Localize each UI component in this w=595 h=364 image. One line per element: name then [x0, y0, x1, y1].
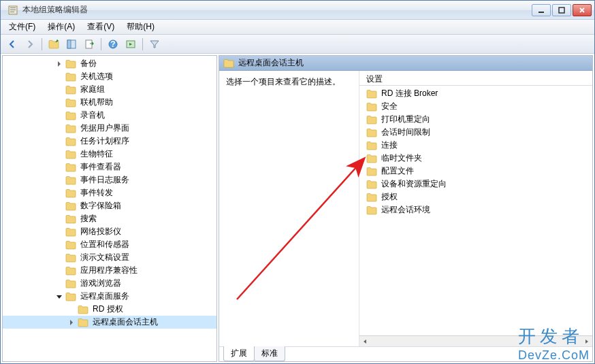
tab-extended[interactable]: 扩展: [223, 346, 255, 361]
tree-item[interactable]: 网络投影仪: [3, 225, 216, 238]
tree-item-label: 事件查看器: [79, 161, 123, 173]
tree-item-label: 备份: [79, 57, 98, 70]
list-item[interactable]: 配置文件: [359, 165, 592, 178]
expander-icon[interactable]: [67, 318, 76, 327]
folder-icon: [65, 137, 76, 146]
tree-item-label: 远程桌面服务: [79, 290, 131, 303]
tree-item[interactable]: 家庭组: [3, 83, 216, 96]
list-item[interactable]: 连接: [359, 139, 592, 152]
list-item[interactable]: 安全: [359, 100, 592, 113]
list-item[interactable]: 会话时间限制: [359, 126, 592, 139]
folder-icon: [366, 180, 377, 189]
list-item-label: 连接: [381, 139, 398, 151]
folder-icon: [78, 305, 89, 314]
folder-icon: [366, 89, 377, 99]
toolbar: ?: [1, 35, 594, 54]
list-item-label: 安全: [381, 101, 398, 112]
list-item-label: 临时文件夹: [381, 152, 422, 164]
menu-view[interactable]: 查看(V): [82, 20, 120, 34]
back-button[interactable]: [5, 37, 20, 52]
tree-item[interactable]: 搜索: [3, 212, 216, 225]
minimize-button[interactable]: [532, 4, 551, 16]
tree-item-label: 远程桌面会话主机: [91, 316, 159, 329]
svg-rect-4: [538, 12, 544, 13]
show-hide-tree-button[interactable]: [64, 37, 79, 52]
svg-rect-7: [67, 40, 71, 48]
tree-item[interactable]: 事件日志服务: [3, 173, 216, 186]
tree-item[interactable]: 数字保险箱: [3, 199, 216, 212]
expander-icon[interactable]: [54, 292, 64, 301]
folder-icon: [65, 292, 76, 301]
window-title: 本地组策略编辑器: [22, 4, 532, 16]
tree-item[interactable]: 位置和传感器: [3, 238, 216, 251]
tree-item-label: 联机帮助: [79, 96, 114, 109]
tree-item[interactable]: RD 授权: [3, 303, 216, 316]
tree-item[interactable]: 录音机: [3, 109, 216, 122]
list-item-label: 打印机重定向: [381, 114, 430, 125]
tree-item[interactable]: 远程桌面服务: [3, 290, 216, 303]
tree-item-label: 事件日志服务: [79, 173, 131, 186]
action-button[interactable]: [123, 37, 138, 52]
list-item-label: 配置文件: [381, 165, 414, 177]
tree-pane[interactable]: 备份关机选项家庭组联机帮助录音机凭据用户界面任务计划程序生物特征事件查看器事件日…: [2, 55, 217, 362]
folder-icon: [65, 201, 76, 211]
tree-item[interactable]: 联机帮助: [3, 96, 216, 109]
app-window: 本地组策略编辑器 文件(F) 操作(A) 查看(V) 帮助(H) ? 备份关机选…: [0, 0, 595, 364]
tree-item-label: 生物特征: [79, 148, 114, 161]
close-button[interactable]: [573, 4, 592, 16]
tree-item-label: 游戏浏览器: [79, 277, 123, 290]
tree-item[interactable]: 凭据用户界面: [3, 122, 216, 135]
tree-item[interactable]: 关机选项: [3, 70, 216, 83]
folder-icon: [366, 141, 377, 150]
tree-item[interactable]: 事件转发: [3, 186, 216, 199]
folder-icon: [366, 167, 377, 176]
tree-item-label: 数字保险箱: [79, 199, 123, 212]
svg-rect-2: [10, 10, 16, 10]
tab-standard[interactable]: 标准: [254, 346, 285, 361]
folder-icon: [65, 188, 76, 198]
tree-item[interactable]: 游戏浏览器: [3, 277, 216, 290]
tree-item[interactable]: 任务计划程序: [3, 135, 216, 148]
help-button[interactable]: ?: [106, 37, 120, 52]
list-item[interactable]: 授权: [359, 191, 592, 203]
export-button[interactable]: [82, 37, 97, 52]
expander-icon[interactable]: [54, 59, 64, 69]
list-item[interactable]: 打印机重定向: [359, 113, 592, 126]
svg-rect-5: [559, 7, 564, 13]
folder-icon: [65, 266, 76, 276]
folder-icon: [65, 176, 76, 185]
tree-item[interactable]: 应用程序兼容性: [3, 264, 216, 277]
right-pane-header: 远程桌面会话主机: [219, 56, 592, 71]
horizontal-scrollbar[interactable]: [359, 335, 592, 346]
tree-item[interactable]: 事件查看器: [3, 161, 216, 173]
folder-icon: [366, 205, 377, 215]
folder-icon: [65, 59, 76, 69]
tree-item[interactable]: 生物特征: [3, 148, 216, 161]
svg-rect-8: [86, 40, 92, 48]
tree-item-label: 位置和传感器: [79, 238, 131, 251]
tree-item-label: 演示文稿设置: [79, 251, 131, 264]
tree-item-label: 家庭组: [79, 83, 106, 96]
list-item[interactable]: 设备和资源重定向: [359, 178, 592, 191]
description-text: 选择一个项目来查看它的描述。: [226, 76, 352, 88]
menu-help[interactable]: 帮助(H): [121, 20, 160, 34]
filter-button[interactable]: [147, 37, 162, 52]
tree-item[interactable]: 演示文稿设置: [3, 251, 216, 264]
folder-icon: [65, 150, 76, 159]
list-item-label: 远程会话环境: [381, 204, 430, 216]
menu-file[interactable]: 文件(F): [3, 20, 41, 34]
folder-icon: [366, 154, 377, 163]
list-item[interactable]: RD 连接 Broker: [359, 87, 592, 100]
forward-button[interactable]: [22, 37, 37, 52]
up-button[interactable]: [46, 37, 61, 52]
menu-action[interactable]: 操作(A): [42, 20, 80, 34]
maximize-button[interactable]: [552, 4, 571, 16]
list-item[interactable]: 临时文件夹: [359, 152, 592, 165]
tree-item[interactable]: 备份: [3, 57, 216, 70]
svg-text:?: ?: [110, 39, 115, 49]
tree-item[interactable]: 远程桌面会话主机: [3, 316, 216, 329]
menubar: 文件(F) 操作(A) 查看(V) 帮助(H): [1, 20, 594, 35]
folder-icon: [65, 163, 76, 172]
column-header-settings[interactable]: 设置: [359, 71, 592, 86]
list-item[interactable]: 远程会话环境: [359, 203, 592, 216]
